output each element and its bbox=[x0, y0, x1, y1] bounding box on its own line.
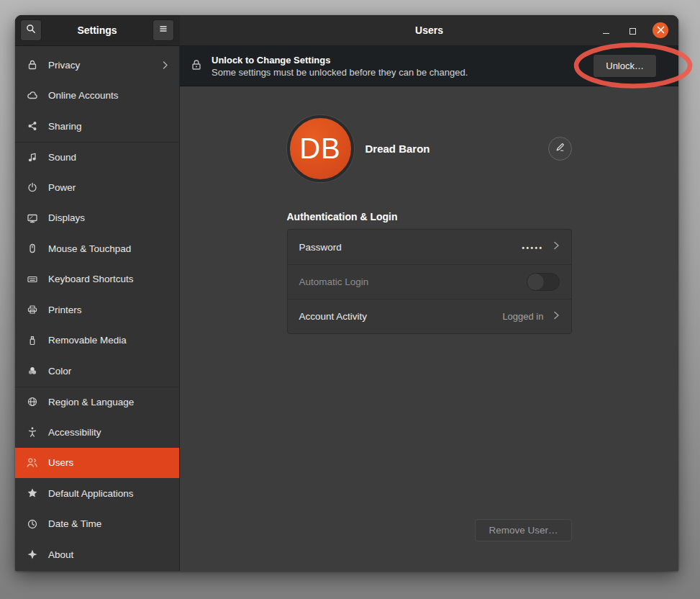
unlock-banner-text: Unlock to Change Settings Some settings … bbox=[212, 55, 468, 78]
lock-icon bbox=[26, 59, 38, 71]
search-icon bbox=[25, 23, 37, 37]
avatar: DB bbox=[287, 115, 354, 182]
edit-name-button[interactable] bbox=[548, 137, 572, 161]
sidebar-item-keyboard-shortcuts[interactable]: Keyboard Shortcuts bbox=[15, 264, 179, 295]
sidebar-item-label: Removable Media bbox=[48, 335, 127, 346]
accessibility-icon bbox=[26, 426, 38, 438]
sidebar-item-label: Online Accounts bbox=[48, 90, 119, 101]
sidebar-item-users[interactable]: Users bbox=[15, 448, 179, 479]
flash-drive-icon bbox=[26, 334, 38, 346]
sidebar-item-sound[interactable]: Sound bbox=[15, 142, 179, 173]
close-icon bbox=[657, 24, 665, 37]
account-activity-label: Account Activity bbox=[299, 311, 368, 322]
music-note-icon bbox=[26, 151, 38, 163]
settings-window: Settings Privacy Onl bbox=[15, 15, 678, 571]
password-label: Password bbox=[299, 242, 342, 253]
unlock-banner: Unlock to Change Settings Some settings … bbox=[180, 46, 678, 86]
sidebar-item-label: Sound bbox=[48, 152, 76, 163]
power-icon bbox=[26, 181, 38, 194]
auth-login-list: Password ••••• Automatic Login bbox=[287, 229, 572, 334]
sidebar-item-label: Default Applications bbox=[48, 488, 134, 499]
account-activity-value: Logged in bbox=[502, 311, 543, 322]
sidebar-item-label: Privacy bbox=[48, 60, 80, 71]
sidebar-item-color[interactable]: Color bbox=[15, 356, 179, 387]
cloud-icon bbox=[26, 89, 38, 102]
maximize-icon bbox=[629, 28, 636, 35]
search-button[interactable] bbox=[20, 19, 42, 41]
chevron-right-icon bbox=[553, 310, 560, 323]
sidebar-item-label: Displays bbox=[48, 212, 85, 223]
toggle-knob bbox=[527, 273, 545, 291]
lock-icon bbox=[190, 58, 203, 74]
maximize-button[interactable] bbox=[626, 24, 639, 37]
sidebar-item-about[interactable]: About bbox=[15, 539, 179, 570]
sidebar-headerbar: Settings bbox=[15, 15, 179, 46]
sidebar-item-accessibility[interactable]: Accessibility bbox=[15, 417, 179, 448]
automatic-login-toggle[interactable] bbox=[527, 273, 560, 291]
sidebar-item-label: Sharing bbox=[48, 121, 82, 132]
printer-icon bbox=[26, 304, 38, 316]
user-name: Dread Baron bbox=[365, 143, 430, 155]
menu-button[interactable] bbox=[153, 19, 174, 41]
sidebar-item-printers[interactable]: Printers bbox=[15, 294, 179, 325]
sidebar-item-sharing[interactable]: Sharing bbox=[15, 111, 179, 142]
main-pane: Users Unlock to Change Settings Some set… bbox=[180, 15, 678, 571]
clock-icon bbox=[26, 518, 38, 530]
sidebar-item-displays[interactable]: Displays bbox=[15, 203, 179, 234]
minimize-button[interactable] bbox=[599, 24, 612, 37]
keyboard-icon bbox=[26, 273, 38, 285]
sidebar-item-label: Color bbox=[48, 366, 71, 377]
sidebar-item-label: About bbox=[48, 549, 73, 560]
sidebar-item-label: Keyboard Shortcuts bbox=[48, 274, 134, 284]
mouse-icon bbox=[26, 243, 38, 255]
user-summary: DB Dread Baron bbox=[287, 115, 572, 182]
sidebar-item-label: Printers bbox=[48, 305, 82, 315]
password-dots: ••••• bbox=[522, 243, 543, 252]
globe-icon bbox=[26, 396, 38, 408]
sidebar-item-label: Accessibility bbox=[48, 427, 101, 438]
sidebar-item-mouse-touchpad[interactable]: Mouse & Touchpad bbox=[15, 233, 179, 264]
sidebar-item-region-language[interactable]: Region & Language bbox=[15, 387, 179, 418]
unlock-banner-title: Unlock to Change Settings bbox=[212, 55, 468, 66]
automatic-login-label: Automatic Login bbox=[299, 276, 369, 287]
users-icon bbox=[26, 456, 38, 469]
unlock-button[interactable]: Unlock… bbox=[593, 54, 657, 78]
star-icon bbox=[26, 487, 38, 500]
pencil-icon bbox=[555, 142, 565, 156]
sidebar-pane: Settings Privacy Onl bbox=[15, 15, 180, 571]
password-row[interactable]: Password ••••• bbox=[288, 230, 571, 264]
display-icon bbox=[26, 212, 38, 224]
window-controls bbox=[599, 22, 668, 38]
auth-login-heading: Authentication & Login bbox=[287, 211, 572, 222]
settings-title: Settings bbox=[42, 24, 153, 36]
sidebar-item-removable-media[interactable]: Removable Media bbox=[15, 325, 179, 356]
sidebar-item-date-time[interactable]: Date & Time bbox=[15, 509, 179, 540]
remove-user-button[interactable]: Remove User… bbox=[475, 519, 571, 541]
sidebar-item-label: Date & Time bbox=[48, 518, 101, 529]
sidebar-item-label: Mouse & Touchpad bbox=[48, 243, 131, 254]
chevron-right-icon bbox=[553, 240, 560, 253]
automatic-login-row: Automatic Login bbox=[288, 264, 571, 299]
hamburger-icon bbox=[158, 23, 169, 37]
main-headerbar: Users bbox=[180, 15, 678, 46]
sidebar-item-default-applications[interactable]: Default Applications bbox=[15, 478, 179, 509]
sidebar-item-label: Power bbox=[48, 182, 76, 193]
users-panel: DB Dread Baron Authentication & Login Pa… bbox=[180, 86, 678, 571]
sidebar-list: Privacy Online Accounts Sharing bbox=[15, 46, 179, 571]
sidebar-item-label: Region & Language bbox=[48, 397, 134, 407]
account-activity-row[interactable]: Account Activity Logged in bbox=[288, 299, 571, 333]
minimize-icon bbox=[603, 33, 609, 34]
unlock-banner-subtitle: Some settings must be unlocked before th… bbox=[212, 67, 468, 78]
sparkle-icon bbox=[26, 549, 38, 561]
sidebar-item-privacy[interactable]: Privacy bbox=[15, 50, 179, 81]
close-button[interactable] bbox=[653, 22, 668, 38]
sidebar-item-online-accounts[interactable]: Online Accounts bbox=[15, 81, 179, 112]
chevron-right-icon bbox=[163, 60, 168, 70]
sidebar-item-label: Users bbox=[48, 457, 73, 468]
color-icon bbox=[26, 365, 38, 377]
sidebar-item-power[interactable]: Power bbox=[15, 172, 179, 203]
share-icon bbox=[26, 120, 38, 132]
